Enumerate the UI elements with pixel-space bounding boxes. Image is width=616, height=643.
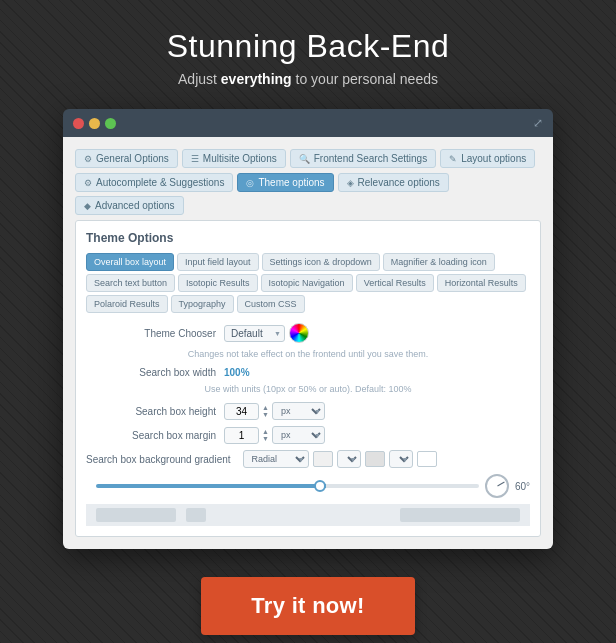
traffic-light-green[interactable]: [105, 118, 116, 129]
search-box-height-input[interactable]: [224, 403, 259, 420]
general-icon: ⚙: [84, 154, 92, 164]
search-box-height-unit[interactable]: px em %: [272, 402, 325, 420]
gradient-color1-select-wrapper: ▼: [337, 450, 361, 468]
gradient-color2-select-wrapper: ▼: [389, 450, 413, 468]
tab-layout[interactable]: ✎ Layout options: [440, 149, 535, 168]
search-box-height-label: Search box height: [86, 406, 216, 417]
search-box-height-down[interactable]: ▼: [262, 411, 269, 418]
subtitle-bold: everything: [221, 71, 292, 87]
traffic-light-red[interactable]: [73, 118, 84, 129]
section-title: Theme Options: [86, 231, 530, 245]
tab-frontend-search[interactable]: 🔍 Frontend Search Settings: [290, 149, 436, 168]
tab-general-label: General Options: [96, 153, 169, 164]
strip-item-2: [186, 508, 206, 522]
search-box-margin-unit[interactable]: px em %: [272, 426, 325, 444]
tab-row-1: ⚙ General Options ☰ Multisite Options 🔍 …: [75, 149, 541, 168]
frontend-search-icon: 🔍: [299, 154, 310, 164]
gradient-type-select[interactable]: Radial Linear: [243, 450, 309, 468]
search-box-height-row: Search box height ▲ ▼ px em %: [86, 402, 530, 420]
sub-tab-isotopic-results[interactable]: Isotopic Results: [178, 274, 258, 292]
degree-needle: [497, 482, 504, 487]
slider-thumb[interactable]: [314, 480, 326, 492]
gradient-slider[interactable]: [96, 484, 479, 488]
traffic-light-yellow[interactable]: [89, 118, 100, 129]
search-box-height-up[interactable]: ▲: [262, 404, 269, 411]
search-box-margin-unit-wrapper: px em %: [272, 426, 325, 444]
search-box-width-row: Search box width 100%: [86, 367, 530, 378]
sub-tab-polaroid[interactable]: Polaroid Results: [86, 295, 168, 313]
content-area: Theme Options Overall box layout Input f…: [75, 220, 541, 537]
theme-chooser-label: Theme Chooser: [86, 328, 216, 339]
search-box-margin-down[interactable]: ▼: [262, 435, 269, 442]
strip-item-3: [400, 508, 520, 522]
tab-layout-label: Layout options: [461, 153, 526, 164]
sub-tab-overall-box[interactable]: Overall box layout: [86, 253, 174, 271]
search-box-margin-up[interactable]: ▲: [262, 428, 269, 435]
tab-frontend-search-label: Frontend Search Settings: [314, 153, 427, 164]
hero-title: Stunning Back-End: [167, 28, 449, 65]
tab-multisite-label: Multisite Options: [203, 153, 277, 164]
gradient-color1[interactable]: [313, 451, 333, 467]
sub-tab-settings-icon[interactable]: Settings icon & dropdown: [262, 253, 380, 271]
sub-tab-row: Overall box layout Input field layout Se…: [86, 253, 530, 313]
tab-advanced[interactable]: ◆ Advanced options: [75, 196, 184, 215]
degree-display: [485, 474, 509, 498]
tab-theme[interactable]: ◎ Theme options: [237, 173, 333, 192]
gradient-color2[interactable]: [365, 451, 385, 467]
color-wheel-icon[interactable]: [289, 323, 309, 343]
slider-row: 60°: [86, 474, 530, 498]
gradient-color3[interactable]: [417, 451, 437, 467]
search-box-margin-label: Search box margin: [86, 430, 216, 441]
gradient-color1-select[interactable]: ▼: [337, 450, 361, 468]
search-box-height-arrows: ▲ ▼: [262, 404, 269, 418]
tab-autocomplete[interactable]: ⚙ Autocomplete & Suggestions: [75, 173, 233, 192]
multisite-icon: ☰: [191, 154, 199, 164]
theme-icon: ◎: [246, 178, 254, 188]
search-box-width-value: 100%: [224, 367, 250, 378]
search-box-width-label: Search box width: [86, 367, 216, 378]
degree-value: 60°: [515, 481, 530, 492]
search-box-margin-input[interactable]: [224, 427, 259, 444]
autocomplete-icon: ⚙: [84, 178, 92, 188]
bottom-strip: [86, 504, 530, 526]
cta-button[interactable]: Try it now!: [201, 577, 414, 635]
subtitle-end: to your personal needs: [292, 71, 438, 87]
sub-tab-isotopic-nav[interactable]: Isotopic Navigation: [261, 274, 353, 292]
tab-relevance-label: Relevance options: [358, 177, 440, 188]
sub-tab-search-text[interactable]: Search text button: [86, 274, 175, 292]
relevance-icon: ◈: [347, 178, 354, 188]
traffic-lights: [73, 118, 116, 129]
theme-chooser-control: Default Dark Light Custom: [224, 323, 309, 343]
gradient-row: Search box background gradient Radial Li…: [86, 450, 530, 468]
expand-icon[interactable]: ⤢: [533, 116, 543, 130]
search-box-width-hint: Use with units (10px or 50% or auto). De…: [86, 384, 530, 394]
hint-text: Changes not take effect on the frontend …: [86, 349, 530, 359]
search-box-margin-spinner: ▲ ▼ px em %: [224, 426, 325, 444]
theme-chooser-select-wrapper: Default Dark Light Custom: [224, 325, 285, 342]
tab-multisite[interactable]: ☰ Multisite Options: [182, 149, 286, 168]
sub-tab-typography[interactable]: Typography: [171, 295, 234, 313]
sub-tab-input-field[interactable]: Input field layout: [177, 253, 259, 271]
tab-relevance[interactable]: ◈ Relevance options: [338, 173, 449, 192]
browser-window: ⤢ ⚙ General Options ☰ Multisite Options …: [63, 109, 553, 549]
tab-row-2: ⚙ Autocomplete & Suggestions ◎ Theme opt…: [75, 173, 541, 215]
theme-chooser-select[interactable]: Default Dark Light Custom: [224, 325, 285, 342]
layout-icon: ✎: [449, 154, 457, 164]
hero-subtitle: Adjust everything to your personal needs: [178, 71, 438, 87]
gradient-color2-select[interactable]: ▼: [389, 450, 413, 468]
gradient-label: Search box background gradient: [86, 454, 231, 465]
sub-tab-custom-css[interactable]: Custom CSS: [237, 295, 305, 313]
sub-tab-magnifier[interactable]: Magnifier & loading icon: [383, 253, 495, 271]
theme-chooser-row: Theme Chooser Default Dark Light Custom: [86, 323, 530, 343]
gradient-type-wrapper: Radial Linear: [243, 450, 309, 468]
sub-tab-horizontal[interactable]: Horizontal Results: [437, 274, 526, 292]
tab-theme-label: Theme options: [258, 177, 324, 188]
tab-general[interactable]: ⚙ General Options: [75, 149, 178, 168]
search-box-height-spinner: ▲ ▼ px em %: [224, 402, 325, 420]
search-box-margin-row: Search box margin ▲ ▼ px em %: [86, 426, 530, 444]
browser-content: ⚙ General Options ☰ Multisite Options 🔍 …: [63, 137, 553, 549]
sub-tab-vertical[interactable]: Vertical Results: [356, 274, 434, 292]
search-box-height-unit-wrapper: px em %: [272, 402, 325, 420]
search-box-margin-arrows: ▲ ▼: [262, 428, 269, 442]
browser-titlebar: ⤢: [63, 109, 553, 137]
